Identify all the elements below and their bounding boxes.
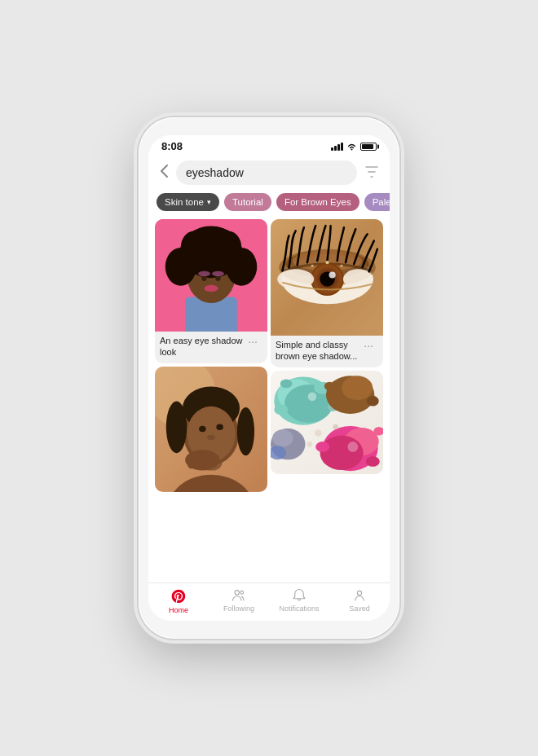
pin-image <box>155 219 267 332</box>
chevron-down-icon: ▾ <box>207 198 211 206</box>
chip-label: Pale <box>373 197 390 207</box>
chip-label: Skin tone <box>165 197 204 207</box>
phone-screen: 8:08 <box>148 135 390 621</box>
nav-label-following: Following <box>223 604 254 613</box>
nav-label-home: Home <box>169 606 188 614</box>
svg-point-53 <box>280 379 293 388</box>
pin-more-button[interactable]: ··· <box>359 339 378 355</box>
svg-point-55 <box>342 376 373 400</box>
svg-point-73 <box>240 591 244 594</box>
svg-point-15 <box>212 271 224 276</box>
svg-point-26 <box>199 425 205 431</box>
pin-card[interactable]: Simple and classy brown eye shadow... ··… <box>271 219 383 367</box>
svg-point-61 <box>315 442 329 452</box>
svg-point-56 <box>324 382 335 391</box>
pin-grid: An easy eye shadow look ··· <box>148 216 390 582</box>
signal-icon <box>331 143 343 151</box>
svg-point-27 <box>216 424 223 429</box>
search-input[interactable]: eyeshadow <box>176 160 357 185</box>
battery-icon <box>360 143 377 151</box>
pin-image <box>271 371 383 474</box>
pin-more-button[interactable]: ··· <box>243 335 262 351</box>
svg-point-66 <box>307 442 312 446</box>
svg-point-11 <box>194 227 228 255</box>
svg-point-64 <box>333 424 337 429</box>
svg-rect-30 <box>187 453 194 468</box>
notifications-icon <box>292 588 306 603</box>
svg-point-14 <box>198 271 210 276</box>
chip-tutorial[interactable]: Tutorial <box>224 193 271 211</box>
pin-card[interactable] <box>155 367 267 492</box>
chip-palette[interactable]: Pale <box>364 193 390 211</box>
svg-point-68 <box>347 442 358 452</box>
svg-point-57 <box>367 395 379 406</box>
svg-point-65 <box>315 429 321 436</box>
svg-point-60 <box>320 435 364 469</box>
nav-item-notifications[interactable]: Notifications <box>269 588 329 614</box>
pin-image <box>271 219 383 336</box>
filter-button[interactable] <box>362 165 381 182</box>
svg-point-40 <box>329 271 336 278</box>
pin-caption: An easy eye shadow look <box>160 335 243 358</box>
svg-point-23 <box>166 401 187 453</box>
svg-point-28 <box>207 434 216 439</box>
svg-point-72 <box>235 591 239 595</box>
nav-label-notifications: Notifications <box>279 604 319 613</box>
status-icons <box>331 143 377 151</box>
svg-point-24 <box>237 407 254 455</box>
nav-item-saved[interactable]: Saved <box>329 588 390 614</box>
nav-label-saved: Saved <box>349 604 370 613</box>
status-time: 8:08 <box>161 140 183 152</box>
following-icon <box>232 588 246 603</box>
svg-point-74 <box>357 591 361 595</box>
status-bar: 8:08 <box>148 135 390 156</box>
filter-chips-row: Skin tone ▾ Tutorial For Brown Eyes Pale <box>148 190 390 216</box>
svg-point-45 <box>340 265 342 267</box>
search-area: eyeshadow <box>148 156 390 190</box>
svg-point-67 <box>308 392 317 401</box>
svg-point-43 <box>311 265 314 267</box>
pin-caption: Simple and classy brown eye shadow... <box>276 339 359 363</box>
chip-label: For Brown Eyes <box>284 197 351 207</box>
pin-card[interactable] <box>271 371 383 474</box>
search-text: eyeshadow <box>186 166 244 179</box>
pinterest-home-icon <box>170 588 187 604</box>
pin-column-right: Simple and classy brown eye shadow... ··… <box>271 219 383 582</box>
wifi-icon <box>346 143 357 151</box>
chip-label: Tutorial <box>232 197 263 207</box>
svg-point-50 <box>274 404 288 415</box>
svg-point-16 <box>205 285 218 292</box>
bottom-nav: Home Following Notifications <box>148 582 390 621</box>
nav-item-following[interactable]: Following <box>209 588 269 614</box>
svg-point-70 <box>272 429 293 446</box>
back-button[interactable] <box>157 163 171 183</box>
svg-point-44 <box>325 261 329 264</box>
svg-rect-31 <box>196 451 203 468</box>
pin-image <box>155 367 267 492</box>
saved-icon <box>352 588 367 603</box>
pin-column-left: An easy eye shadow look ··· <box>155 219 267 582</box>
nav-item-home[interactable]: Home <box>148 588 209 614</box>
chip-skin-tone[interactable]: Skin tone ▾ <box>157 193 219 211</box>
phone-device: 8:08 <box>139 117 399 639</box>
pin-card[interactable]: An easy eye shadow look ··· <box>155 219 267 363</box>
chip-for-brown-eyes[interactable]: For Brown Eyes <box>276 193 359 211</box>
svg-point-63 <box>366 456 380 467</box>
